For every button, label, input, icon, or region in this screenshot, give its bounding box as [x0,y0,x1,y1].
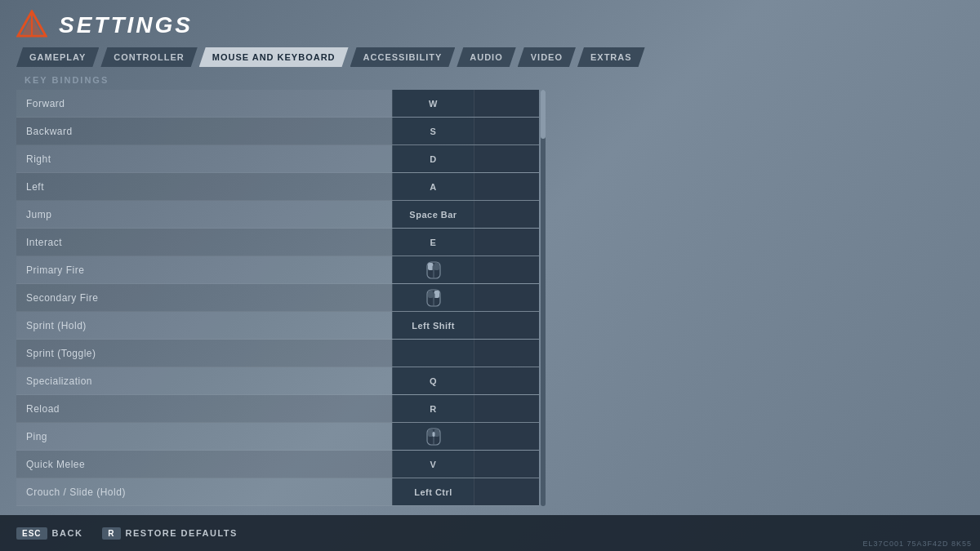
binding-label: Primary Fire [16,264,392,276]
binding-row: Ping [16,423,539,451]
corner-info: EL37C001 75A3F42D 8K55 [862,540,972,548]
settings-screen: SETTINGS GAMEPLAYCONTROLLERMOUSE AND KEY… [0,0,980,551]
binding-primary-key[interactable]: E [392,229,474,256]
binding-alt-key[interactable] [474,423,539,450]
binding-alt-key[interactable] [474,118,539,144]
binding-alt-key[interactable] [474,201,539,228]
binding-row: JumpSpace Bar [16,201,539,229]
binding-row: ReloadR [16,395,539,423]
binding-row: Secondary Fire [16,284,539,312]
tab-gameplay[interactable]: GAMEPLAY [16,47,99,67]
binding-primary-key[interactable] [392,256,474,283]
binding-primary-key[interactable]: R [392,395,474,422]
binding-label: Sprint (Hold) [16,320,392,331]
binding-label: Ping [16,431,392,442]
binding-row: Primary Fire [16,256,539,284]
binding-alt-key[interactable] [474,340,539,367]
binding-row: Crouch / Slide (Hold)Left Ctrl [16,478,539,506]
apex-logo-icon [16,10,47,41]
binding-alt-key[interactable] [474,90,539,117]
binding-primary-key[interactable]: W [392,90,474,117]
binding-label: Secondary Fire [16,292,392,304]
binding-alt-key[interactable] [474,395,539,422]
binding-primary-key[interactable]: Q [392,367,474,394]
binding-row: LeftA [16,173,539,201]
binding-alt-key[interactable] [474,312,539,339]
esc-key: ESC [16,527,47,540]
binding-row: ForwardW [16,90,539,118]
binding-alt-key[interactable] [474,145,539,172]
restore-label: RESTORE DEFAULTS [126,528,238,538]
binding-row: Sprint (Hold)Left Shift [16,312,539,340]
svg-rect-6 [432,265,434,270]
binding-alt-key[interactable] [474,256,539,283]
tab-extras[interactable]: EXTRAS [577,47,645,67]
binding-primary-key[interactable]: Left Shift [392,312,474,339]
restore-footer-item: R RESTORE DEFAULTS [102,527,238,540]
tab-bar: GAMEPLAYCONTROLLERMOUSE AND KEYBOARDACCE… [0,47,980,67]
binding-label: Sprint (Toggle) [16,348,392,359]
svg-rect-11 [432,293,434,298]
binding-alt-key[interactable] [474,284,539,311]
binding-primary-key[interactable]: V [392,451,474,478]
tab-mouse-keyboard[interactable]: MOUSE AND KEYBOARD [199,47,349,67]
binding-primary-key[interactable]: D [392,145,474,172]
binding-alt-key[interactable] [474,478,539,505]
binding-label: Right [16,153,392,165]
binding-primary-key[interactable] [392,340,474,367]
tab-video[interactable]: VIDEO [518,47,576,67]
binding-row: RightD [16,145,539,173]
binding-primary-key[interactable]: S [392,118,474,144]
tab-accessibility[interactable]: ACCESSIBILITY [350,47,456,67]
binding-primary-key[interactable]: A [392,173,474,200]
back-label: BACK [52,528,83,538]
section-title: KEY BINDINGS [24,75,964,85]
binding-label: Jump [16,209,392,220]
binding-alt-key[interactable] [474,173,539,200]
binding-label: Left [16,181,392,193]
binding-label: Interact [16,237,392,248]
binding-label: Backward [16,126,392,137]
binding-row: Quick MeleeV [16,451,539,478]
binding-primary-key[interactable]: Space Bar [392,201,474,228]
binding-label: Forward [16,98,392,109]
binding-alt-key[interactable] [474,451,539,478]
svg-rect-16 [432,432,434,437]
bindings-container: ForwardWBackwardSRightDLeftAJumpSpace Ba… [16,90,539,506]
header: SETTINGS [0,0,980,47]
binding-primary-key[interactable] [392,423,474,450]
binding-label: Reload [16,403,392,415]
binding-label: Quick Melee [16,459,392,470]
main-content: KEY BINDINGS ForwardWBackwardSRightDLeft… [0,67,980,551]
r-key: R [102,527,120,540]
binding-primary-key[interactable]: Left Ctrl [392,478,474,505]
binding-alt-key[interactable] [474,229,539,256]
footer: ESC BACK R RESTORE DEFAULTS [0,515,980,551]
tab-audio[interactable]: AUDIO [457,47,515,67]
page-title: SETTINGS [59,12,193,38]
binding-row: Sprint (Toggle) [16,340,539,367]
binding-label: Specialization [16,375,392,387]
binding-row: BackwardS [16,118,539,145]
scrollbar[interactable] [541,90,546,506]
binding-alt-key[interactable] [474,367,539,394]
binding-row: InteractE [16,229,539,256]
scrollbar-thumb[interactable] [541,90,546,139]
tab-controller[interactable]: CONTROLLER [100,47,197,67]
back-footer-item: ESC BACK [16,527,82,540]
binding-primary-key[interactable] [392,284,474,311]
binding-label: Crouch / Slide (Hold) [16,487,392,498]
binding-row: SpecializationQ [16,367,539,395]
